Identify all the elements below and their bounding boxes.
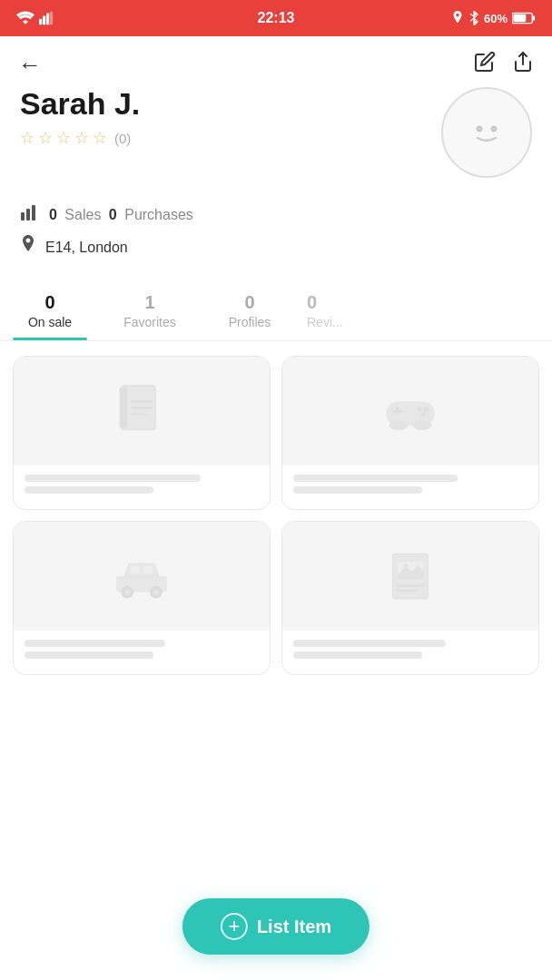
tab-reviews-partial[interactable]: 0 Revi... [300, 283, 345, 340]
signal-icon [39, 11, 54, 25]
tab-profiles-label: Profiles [212, 315, 287, 329]
nav-actions [474, 51, 534, 78]
bluetooth-icon [468, 11, 479, 25]
svg-rect-11 [26, 209, 30, 220]
svg-rect-10 [21, 212, 25, 220]
tabs-container: 0 On sale 1 Favorites 0 Profiles 0 Revi.… [0, 283, 552, 341]
star-5: ☆ [93, 128, 107, 148]
review-count: (0) [114, 131, 131, 146]
items-grid [0, 341, 552, 690]
card-line-1a [25, 475, 201, 482]
card-line-3b [25, 652, 153, 659]
card-lines-2 [282, 466, 538, 503]
location-value: E14, London [45, 240, 128, 256]
share-button[interactable] [512, 51, 534, 78]
book-icon [110, 379, 173, 443]
profile-name: Sarah J. [20, 87, 441, 121]
car-icon [110, 544, 173, 608]
svg-point-21 [418, 407, 422, 412]
edit-button[interactable] [474, 51, 496, 78]
card-line-2b [293, 486, 422, 494]
chart-icon [20, 203, 40, 226]
tab-profiles-number: 0 [212, 292, 287, 313]
tab-reviews-number: 0 [307, 292, 345, 313]
star-2: ☆ [38, 128, 53, 148]
card-image-4 [282, 522, 538, 631]
svg-rect-27 [131, 566, 141, 574]
status-right-icons: 60% [451, 11, 536, 25]
svg-point-37 [403, 564, 408, 568]
map-pin-icon [20, 235, 36, 255]
game-controller-icon [379, 379, 442, 443]
wifi-icon [16, 11, 34, 25]
card-image-2 [282, 357, 538, 466]
svg-point-32 [153, 590, 158, 594]
svg-point-9 [491, 126, 498, 132]
svg-rect-20 [392, 410, 402, 413]
sales-value: 0 Sales 0 Purchases [49, 207, 193, 223]
avatar [441, 87, 532, 178]
svg-point-25 [413, 421, 432, 431]
tab-profiles[interactable]: 0 Profiles [200, 283, 300, 340]
location-icon [20, 235, 36, 260]
tab-on-sale-number: 0 [13, 292, 87, 313]
svg-rect-5 [533, 15, 535, 21]
tab-on-sale-label: On sale [13, 315, 87, 329]
card-image-3 [14, 522, 270, 631]
tab-favorites-number: 1 [113, 292, 187, 313]
list-item-label: List Item [257, 916, 331, 937]
card-lines-1 [14, 466, 270, 503]
svg-rect-2 [46, 13, 49, 24]
grid-card-4[interactable] [281, 521, 539, 675]
svg-rect-6 [513, 15, 526, 22]
card-lines-3 [14, 631, 270, 668]
tab-on-sale[interactable]: 0 On sale [0, 283, 100, 340]
card-line-4b [293, 652, 422, 659]
card-lines-4 [282, 631, 538, 668]
profile-section: Sarah J. ☆ ☆ ☆ ☆ ☆ (0) [0, 87, 552, 187]
battery-icon [512, 12, 536, 24]
card-image-1 [14, 357, 270, 466]
svg-point-31 [125, 590, 130, 594]
profile-info: Sarah J. ☆ ☆ ☆ ☆ ☆ (0) [20, 87, 441, 148]
card-line-1b [25, 486, 153, 494]
top-nav: ← [0, 36, 552, 87]
card-line-4a [293, 640, 446, 647]
list-item-btn-container: + List Item [182, 898, 370, 955]
list-item-button[interactable]: + List Item [182, 898, 370, 955]
star-4: ☆ [74, 128, 89, 148]
status-bar: 22:13 60% [0, 0, 552, 36]
card-line-2a [293, 475, 458, 482]
svg-point-23 [420, 412, 425, 416]
grid-card-1[interactable] [13, 356, 271, 510]
svg-point-22 [424, 407, 429, 412]
back-button[interactable]: ← [18, 53, 42, 76]
star-1: ☆ [20, 128, 34, 148]
avatar-face-icon [459, 105, 514, 160]
status-time: 22:13 [258, 10, 295, 26]
location-stat-row: E14, London [20, 235, 532, 260]
bar-chart-icon [20, 203, 40, 221]
svg-point-8 [477, 126, 483, 132]
svg-rect-28 [143, 566, 153, 574]
sales-stat-row: 0 Sales 0 Purchases [20, 203, 532, 226]
svg-rect-3 [50, 12, 53, 24]
card-line-3a [25, 640, 165, 647]
tab-favorites-label: Favorites [113, 315, 187, 329]
svg-point-24 [389, 421, 408, 431]
document-icon [379, 544, 442, 608]
star-3: ☆ [56, 128, 71, 148]
svg-rect-14 [120, 387, 128, 428]
tab-reviews-label: Revi... [307, 315, 345, 329]
battery-text: 60% [484, 12, 508, 25]
svg-rect-12 [32, 205, 35, 220]
stats-section: 0 Sales 0 Purchases E14, London [0, 187, 552, 274]
status-left-icons [16, 11, 54, 25]
grid-card-2[interactable] [281, 356, 539, 510]
grid-card-3[interactable] [13, 521, 271, 675]
svg-rect-1 [43, 16, 45, 25]
svg-rect-0 [39, 19, 42, 24]
tab-favorites[interactable]: 1 Favorites [100, 283, 200, 340]
location-status-icon [451, 11, 464, 25]
plus-circle-icon: + [221, 913, 248, 940]
